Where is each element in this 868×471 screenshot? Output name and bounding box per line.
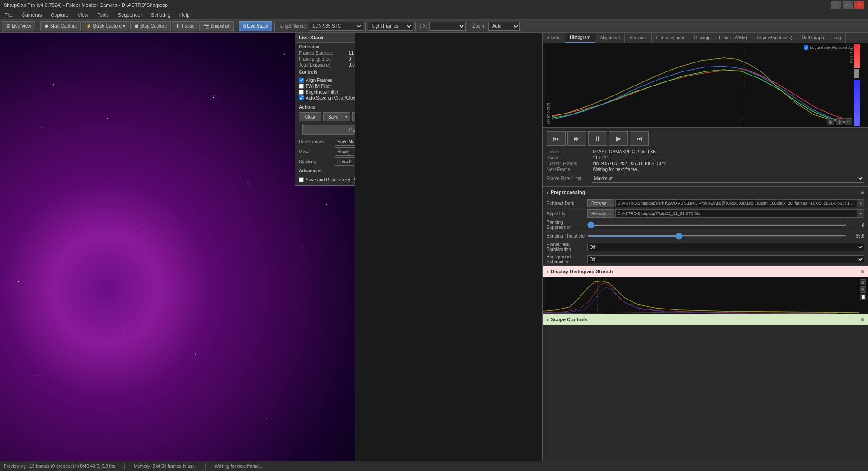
scope-controls-header[interactable]: ▾ Scope Controls ≡ <box>543 314 868 325</box>
align-frames-checkbox[interactable] <box>299 78 304 83</box>
scope-controls-chevron-icon: ▾ <box>547 317 549 322</box>
controls-section: Align Frames FWHM Filter Brightness Filt… <box>295 76 355 103</box>
mid-slider[interactable] <box>854 69 859 78</box>
brightness-filter-checkbox[interactable] <box>299 90 304 95</box>
menu-sequencer[interactable]: Sequencer <box>113 10 146 19</box>
tab-status[interactable]: Status <box>543 33 565 43</box>
auto-save-checkbox[interactable] <box>299 95 304 100</box>
tab-stacking[interactable]: Stacking <box>625 33 651 43</box>
start-capture-button[interactable]: ⏺ Start Capture <box>40 21 81 31</box>
mid-level-label: Mid Level <box>849 48 854 66</box>
banding-suppression-slider[interactable] <box>587 224 846 226</box>
histogram-svg <box>543 43 868 127</box>
tab-log[interactable]: Log <box>829 33 846 43</box>
subtract-dark-path[interactable] <box>615 199 857 207</box>
stacking-select[interactable]: Default <box>335 157 355 166</box>
tab-drift-graph[interactable]: Drift Graph <box>797 33 829 43</box>
subtract-dark-browse[interactable]: Browse... <box>587 199 614 207</box>
preprocessing-chevron-icon: ▾ <box>547 190 549 195</box>
quick-capture-button[interactable]: ⚡ Quick Capture ▾ <box>82 21 129 31</box>
brightness-filter-row: Brightness Filter <box>299 89 355 95</box>
display-histogram-menu-icon[interactable]: ≡ <box>861 268 864 275</box>
pause-icon: ⏸ <box>176 24 180 29</box>
live-stack-button[interactable]: ⧉ Live Stack <box>239 21 272 31</box>
chevron-down-icon: ▾ <box>123 24 125 29</box>
tab-alignment[interactable]: Alignment <box>595 33 625 43</box>
light-frames-select[interactable]: Light Frames <box>368 22 413 31</box>
planet-disk-select[interactable]: Off <box>587 243 864 251</box>
background-subtraction-select[interactable]: Off <box>587 255 864 263</box>
hist-zoom-icon[interactable]: ⊕ <box>827 118 834 125</box>
advanced-section: Save and Reset every minutes total expos… <box>295 174 355 185</box>
tab-filter-brightness[interactable]: Filter (Brightness) <box>752 33 797 43</box>
layers-icon: ⧉ <box>243 24 246 29</box>
minimize-button[interactable]: − <box>831 1 841 9</box>
save-reset-checkbox[interactable] <box>299 177 304 182</box>
fx-select[interactable] <box>429 22 466 31</box>
level-bars <box>854 43 860 127</box>
banding-threshold-row: Banding Threshold 35.0 <box>543 231 868 241</box>
rewind-button[interactable]: ⏮ <box>547 131 566 146</box>
blue-bar <box>854 80 860 126</box>
subtract-dark-arrow[interactable]: ▾ <box>857 199 864 207</box>
display-histogram-graph: ⊕ ⟳ 📋 <box>543 277 868 314</box>
raw-frames-select[interactable]: Save None <box>335 138 355 146</box>
menubar: File Cameras Capture View Tools Sequence… <box>0 10 868 20</box>
toolbar-sep-5 <box>415 22 416 31</box>
banding-suppression-row: Banding Suppression 0 <box>543 219 868 231</box>
playback-info: Folder: D:\ASTRO\MAXPILOT\ldn_935 Status… <box>547 149 864 172</box>
save-dropdown-arrow[interactable]: ▾ <box>343 112 350 121</box>
tab-filter-fwhm[interactable]: Filter (FWHM) <box>714 33 752 43</box>
apply-flat-arrow[interactable]: ▾ <box>857 209 864 218</box>
view-select[interactable]: Stack <box>335 147 355 156</box>
tab-guiding[interactable]: Guiding <box>689 33 714 43</box>
pause-button[interactable]: ⏸ Pause <box>172 21 198 31</box>
menu-tools[interactable]: Tools <box>93 10 113 19</box>
apply-flat-browse[interactable]: Browse... <box>587 209 614 218</box>
menu-view[interactable]: View <box>73 10 93 19</box>
disp-hist-icon-2[interactable]: ⟳ <box>860 286 866 293</box>
target-name-select[interactable]: LDN 935 STC <box>309 22 363 31</box>
tab-enhancement[interactable]: Enhancement <box>652 33 689 43</box>
live-view-button[interactable]: 🖥 Live View <box>2 21 35 31</box>
disp-hist-icon-3[interactable]: 📋 <box>860 294 866 300</box>
preprocessing-menu-icon[interactable]: ≡ <box>861 189 864 196</box>
tab-histogram[interactable]: Histogram <box>565 33 595 43</box>
disp-hist-svg <box>543 277 868 314</box>
pause-livestack-button[interactable]: Pause <box>302 125 355 135</box>
stop-capture-button[interactable]: ⏹ Stop Capture <box>130 21 171 31</box>
menu-capture[interactable]: Capture <box>46 10 73 19</box>
menu-file[interactable]: File <box>0 10 17 19</box>
preprocessing-header[interactable]: ▾ Preprocessing ≡ <box>543 187 868 198</box>
play-pause-button[interactable]: ⏸ <box>588 131 607 146</box>
fx-label: FX: <box>418 24 429 29</box>
banding-threshold-slider[interactable] <box>587 235 846 237</box>
next-button[interactable]: ▶ <box>609 131 628 146</box>
save-button[interactable]: Save <box>323 112 343 121</box>
toolbar-sep-2 <box>236 22 236 31</box>
menu-help[interactable]: Help <box>175 10 194 19</box>
prev-button[interactable]: ⏭ <box>567 131 586 146</box>
menu-scripting[interactable]: Scripting <box>146 10 175 19</box>
right-panel: Status Histogram Alignment Stacking Enha… <box>542 33 868 461</box>
last-button[interactable]: ⏭ <box>630 131 649 146</box>
close-panel-button[interactable]: Close <box>352 112 355 121</box>
minutes-input[interactable] <box>352 176 355 183</box>
preprocessing-section: ▾ Preprocessing ≡ Subtract Dark Browse..… <box>543 186 868 266</box>
close-button[interactable]: × <box>854 1 864 9</box>
hist-reset-icon[interactable]: ⟳ <box>845 118 852 125</box>
display-histogram-header[interactable]: ▾ Display Histogram Stretch ≡ <box>543 266 868 277</box>
framerate-row: Frame Rate Limit Maximum <box>547 174 864 183</box>
clear-button[interactable]: Clear <box>299 112 321 121</box>
fwhm-filter-checkbox[interactable] <box>299 84 304 89</box>
maximize-button[interactable]: □ <box>843 1 853 9</box>
disp-hist-icon-1[interactable]: ⊕ <box>860 279 866 285</box>
menu-cameras[interactable]: Cameras <box>17 10 47 19</box>
zoom-select[interactable]: Auto <box>488 22 520 31</box>
scope-controls-menu-icon[interactable]: ≡ <box>861 316 864 323</box>
hist-move-icon[interactable]: ✜ <box>836 118 843 125</box>
apply-flat-path[interactable] <box>615 209 857 218</box>
frame-rate-select[interactable]: Maximum <box>592 174 864 183</box>
snapshot-button[interactable]: 📷 Snapshot <box>199 21 233 31</box>
status-sep-1 <box>124 463 125 470</box>
